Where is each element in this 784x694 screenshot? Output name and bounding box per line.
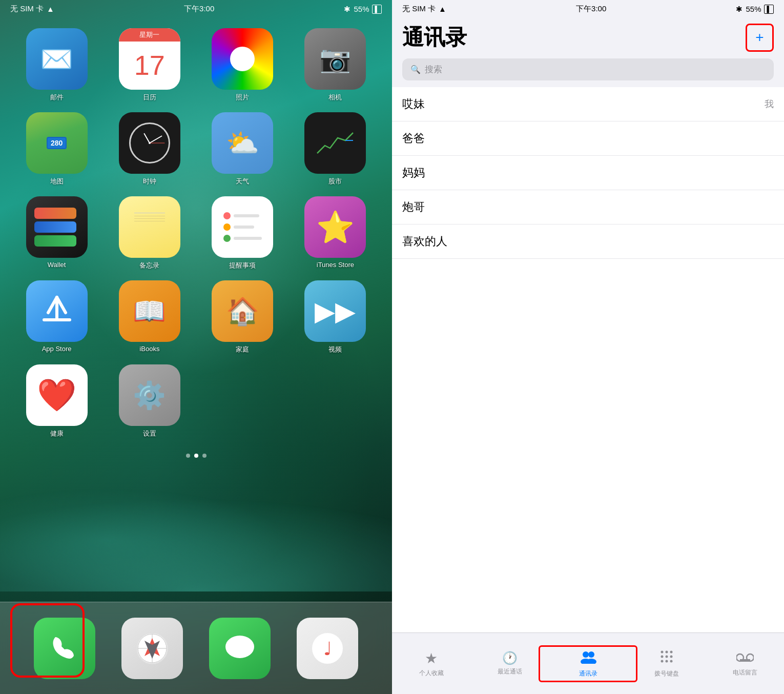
tab-keypad[interactable]: 拨号键盘 xyxy=(627,649,706,678)
svg-point-21 xyxy=(670,650,672,653)
tab-recents[interactable]: 🕐 最近通话 xyxy=(470,651,549,676)
tab-bar-container: ★ 个人收藏 🕐 最近通话 通讯录 xyxy=(392,632,784,694)
app-grid: ✉️ 邮件 星期一 17 日历 照片 📷 相机 xyxy=(0,18,392,448)
app-stocks[interactable]: 股市 xyxy=(294,112,377,186)
weather-icon: ⛅ xyxy=(212,112,273,174)
reminders-icon xyxy=(212,196,273,258)
svg-point-22 xyxy=(661,655,663,658)
add-icon: + xyxy=(755,29,764,46)
dock-messages[interactable] xyxy=(209,618,271,679)
battery-icon: ▌ xyxy=(372,5,382,14)
app-health[interactable]: ❤️ 健康 xyxy=(15,364,98,438)
search-icon: 🔍 xyxy=(410,65,421,74)
svg-point-15 xyxy=(583,651,589,658)
status-left-group: 无 SIM 卡 ▲ xyxy=(10,4,54,14)
app-itunes[interactable]: ⭐ iTunes Store xyxy=(294,196,377,270)
tab-voicemail[interactable]: 电话留言 xyxy=(706,650,784,677)
calendar-icon: 星期一 17 xyxy=(119,28,180,90)
right-carrier: 无 SIM 卡 xyxy=(402,4,436,14)
contact-row-0[interactable]: 哎妹 我 xyxy=(392,87,784,121)
appstore-icon xyxy=(26,280,88,342)
contact-row-4[interactable]: 喜欢的人 xyxy=(392,224,784,259)
app-clock[interactable]: 时钟 xyxy=(108,112,191,186)
music-icon: ♩ xyxy=(297,618,358,679)
app-calendar[interactable]: 星期一 17 日历 xyxy=(108,28,191,102)
contact-row-2[interactable]: 妈妈 xyxy=(392,156,784,190)
app-wallet[interactable]: Wallet xyxy=(15,196,98,270)
health-label: 健康 xyxy=(50,429,64,438)
clock-face xyxy=(129,123,170,164)
contacts-title: 通讯录 xyxy=(402,23,467,52)
dock-music[interactable]: ♩ xyxy=(297,618,358,679)
wallet-label: Wallet xyxy=(48,261,66,269)
notes-label: 备忘录 xyxy=(139,261,159,270)
app-settings[interactable]: ⚙️ 1 设置 xyxy=(108,364,191,438)
tab-bar: ★ 个人收藏 🕐 最近通话 通讯录 xyxy=(392,632,784,694)
app-videos[interactable]: ▶▶ 视频 xyxy=(294,280,377,354)
status-right-group: ✱ 55% ▌ xyxy=(344,5,382,14)
app-notes[interactable]: 备忘录 xyxy=(108,196,191,270)
bluetooth-icon: ✱ xyxy=(344,5,350,14)
tab-contacts[interactable]: 通讯录 xyxy=(549,649,627,678)
right-bluetooth-icon: ✱ xyxy=(736,5,742,14)
stocks-label: 股市 xyxy=(328,177,342,186)
contact-tag-0: 我 xyxy=(765,98,774,110)
photos-icon xyxy=(212,28,273,90)
videos-icon: ▶▶ xyxy=(304,280,366,342)
weather-label: 天气 xyxy=(236,177,249,186)
clock-minute-hand xyxy=(149,135,162,144)
search-bar[interactable]: 🔍 搜索 xyxy=(402,58,774,80)
app-mail[interactable]: ✉️ 邮件 xyxy=(15,28,98,102)
mail-icon: ✉️ xyxy=(26,28,88,90)
camera-label: 相机 xyxy=(328,93,342,102)
app-weather[interactable]: ⛅ 天气 xyxy=(201,112,284,186)
favorites-icon: ★ xyxy=(425,650,438,667)
dock-safari[interactable] xyxy=(121,618,183,679)
ibooks-icon: 📖 xyxy=(119,280,180,342)
notes-icon xyxy=(119,196,180,258)
health-icon: ❤️ xyxy=(26,364,88,426)
contact-name-2: 妈妈 xyxy=(402,165,425,180)
settings-label: 设置 xyxy=(143,429,156,438)
app-home[interactable]: 🏠 家庭 xyxy=(201,280,284,354)
search-bar-container: 🔍 搜索 xyxy=(392,54,784,85)
tab-favorites[interactable]: ★ 个人收藏 xyxy=(392,650,470,678)
left-panel: 无 SIM 卡 ▲ 下午3:00 ✱ 55% ▌ ✉️ 邮件 星期一 17 日历 xyxy=(0,0,392,694)
status-bar-right: 无 SIM 卡 ▲ 下午3:00 ✱ 55% ▌ xyxy=(392,0,784,18)
add-contact-button[interactable]: + xyxy=(746,24,774,52)
recents-icon: 🕐 xyxy=(502,651,518,665)
contact-row-3[interactable]: 炮哥 xyxy=(392,190,784,224)
wifi-icon: ▲ xyxy=(47,5,54,13)
calendar-day: 17 xyxy=(134,42,165,90)
right-panel: 无 SIM 卡 ▲ 下午3:00 ✱ 55% ▌ 通讯录 + 🔍 搜索 哎妹 我… xyxy=(392,0,784,694)
right-battery-icon: ▌ xyxy=(764,5,774,14)
app-maps[interactable]: 280 地图 xyxy=(15,112,98,186)
app-camera[interactable]: 📷 相机 xyxy=(294,28,377,102)
safari-icon xyxy=(121,618,183,679)
itunes-label: iTunes Store xyxy=(317,261,354,269)
mail-label: 邮件 xyxy=(50,93,64,102)
clock-center-dot xyxy=(149,142,151,144)
maps-label: 地图 xyxy=(50,177,64,186)
app-reminders[interactable]: 提醒事项 xyxy=(201,196,284,270)
svg-point-19 xyxy=(661,650,663,653)
battery-label: 55% xyxy=(354,5,369,13)
svg-point-16 xyxy=(588,651,594,658)
wallet-icon xyxy=(26,196,88,258)
phone-highlight-box xyxy=(10,603,85,678)
page-dot-3 xyxy=(202,454,207,458)
svg-point-20 xyxy=(665,650,668,653)
reminders-label: 提醒事项 xyxy=(229,261,256,270)
contact-name-0: 哎妹 xyxy=(402,96,425,112)
time-left: 下午3:00 xyxy=(184,4,214,14)
home-label: 家庭 xyxy=(236,345,249,354)
clock-icon xyxy=(119,112,180,174)
clock-label: 时钟 xyxy=(143,177,156,186)
contact-name-3: 炮哥 xyxy=(402,199,425,215)
app-appstore[interactable]: App Store xyxy=(15,280,98,354)
stocks-icon xyxy=(304,112,366,174)
contact-row-1[interactable]: 爸爸 xyxy=(392,121,784,156)
app-photos[interactable]: 照片 xyxy=(201,28,284,102)
app-ibooks[interactable]: 📖 iBooks xyxy=(108,280,191,354)
camera-icon: 📷 xyxy=(304,28,366,90)
